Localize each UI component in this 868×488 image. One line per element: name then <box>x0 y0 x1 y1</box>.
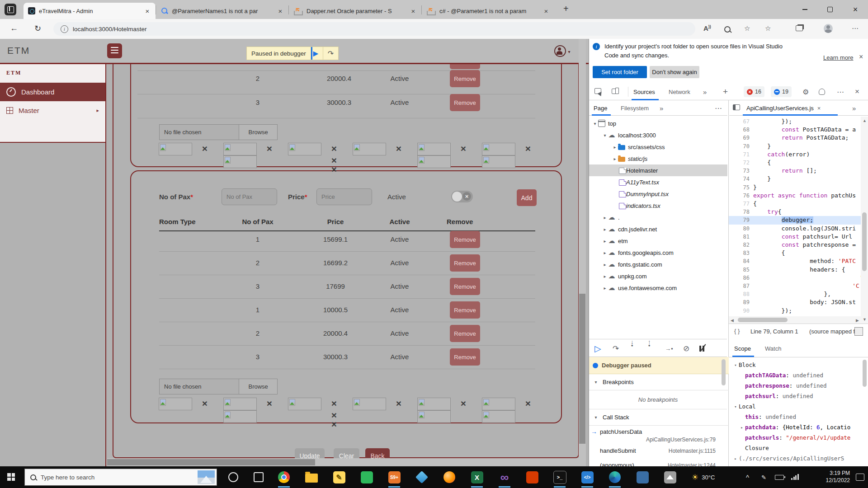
pen-icon[interactable]: ✎ <box>761 466 766 488</box>
remove-image-icon[interactable]: × <box>396 143 401 154</box>
toggle-navigator-icon[interactable] <box>733 104 740 110</box>
favorites-icon[interactable]: ☆ <box>765 24 771 33</box>
network-icon[interactable] <box>791 466 799 488</box>
editor-more-tabs-icon[interactable]: » <box>852 100 856 116</box>
learn-more-link[interactable]: Learn more <box>823 54 853 61</box>
breakpoints-section-header[interactable]: ▾ Breakpoints <box>589 374 731 390</box>
format-code-icon[interactable]: { } <box>734 328 740 334</box>
remove-image-icon[interactable]: × <box>331 143 337 154</box>
scope-entry[interactable]: patchsurl: undefined <box>729 391 868 401</box>
line-number[interactable]: 69 <box>729 134 753 142</box>
device-toolbar-icon[interactable] <box>612 89 618 94</box>
editor-hscroll-thumb[interactable] <box>738 318 788 322</box>
scroll-left-icon[interactable]: ◀ <box>731 318 734 323</box>
red-app-icon[interactable] <box>521 466 543 488</box>
step-over-banner-icon[interactable]: ↷ <box>323 47 338 60</box>
line-number[interactable]: 71 <box>729 150 753 159</box>
issues-count-badge[interactable]: 19 <box>771 86 792 97</box>
diamond-app-icon[interactable] <box>411 466 433 488</box>
menu-toggle-button[interactable] <box>107 43 122 58</box>
remove-image-icon[interactable]: × <box>331 164 337 175</box>
navigator-menu-icon[interactable]: ⋯ <box>715 100 722 116</box>
profile-avatar[interactable] <box>824 24 833 33</box>
scroll-up-icon[interactable]: ▲ <box>863 118 867 123</box>
close-window-button[interactable]: × <box>843 0 868 19</box>
tree-item-dummyinput-tsx[interactable]: DummyInput.tsx <box>589 188 727 200</box>
tab-close-icon[interactable]: × <box>144 7 151 15</box>
tree-item-indicators-tsx[interactable]: indicators.tsx <box>589 200 727 211</box>
resume-icon[interactable]: ▷ <box>594 340 601 357</box>
remove-image-icon[interactable]: × <box>267 398 272 409</box>
tab-sources[interactable]: Sources <box>633 83 655 100</box>
tree-item-fonts-googleapis-com[interactable]: ▸☁fonts.googleapis.com <box>589 247 727 258</box>
photos-app-icon[interactable] <box>659 466 681 488</box>
sidebar-item-master[interactable]: Master ▸ <box>0 101 105 120</box>
visual-studio-icon[interactable]: ∞ <box>494 466 515 488</box>
line-number[interactable]: 80 <box>729 225 753 233</box>
call-stack-frame[interactable]: →patchUsersDataApiCallingUserServices.js… <box>589 426 721 445</box>
line-number[interactable]: 84 <box>729 257 753 265</box>
tab-network[interactable]: Network <box>669 83 690 100</box>
excel-icon[interactable]: X <box>466 466 488 488</box>
task-view-icon[interactable] <box>248 466 269 488</box>
tab-page[interactable]: Page <box>594 100 607 116</box>
scope-entry[interactable]: ▾Local <box>729 401 863 412</box>
cortana-icon[interactable] <box>222 466 244 488</box>
inspect-icon[interactable] <box>594 88 601 94</box>
collections-icon[interactable] <box>796 25 803 31</box>
terminal-icon[interactable]: >_ <box>549 466 571 488</box>
pax-input[interactable] <box>222 188 277 205</box>
line-number[interactable]: 73 <box>729 167 753 175</box>
price-input[interactable] <box>316 188 372 205</box>
line-number[interactable]: 75 <box>729 183 753 192</box>
banner-close-icon[interactable]: × <box>859 53 863 61</box>
tree-item-unpkg-com[interactable]: ▸☁unpkg.com <box>589 270 727 282</box>
browse-button[interactable]: Browse <box>239 379 278 394</box>
tab-close-icon[interactable]: × <box>410 7 417 15</box>
browser-tab[interactable]: @ParameterNames1 is not a par× <box>156 3 288 19</box>
step-into-icon[interactable]: ↓● <box>631 340 634 357</box>
line-number[interactable]: 67 <box>729 117 753 126</box>
remove-image-icon[interactable]: × <box>461 143 466 154</box>
read-aloud-icon[interactable]: A)) <box>703 24 711 32</box>
file-explorer-icon[interactable] <box>301 466 322 488</box>
remove-button[interactable]: Remove <box>450 278 480 295</box>
tab-actions-icon[interactable] <box>5 4 16 15</box>
remove-image-icon[interactable]: × <box>331 419 337 430</box>
more-tabs-icon[interactable]: » <box>703 83 707 100</box>
tree-item-hotelmaster[interactable]: Hotelmaster <box>589 164 727 176</box>
page-horizontal-scroll-thumb[interactable] <box>107 459 315 465</box>
tab-close-icon[interactable]: × <box>542 7 550 15</box>
taskbar-search[interactable]: Type here to search <box>24 469 217 486</box>
line-number[interactable]: 86 <box>729 274 753 282</box>
edge-icon[interactable] <box>604 466 626 488</box>
line-number[interactable]: 81 <box>729 233 753 241</box>
remove-button[interactable]: Remove <box>450 348 480 366</box>
browser-tab[interactable]: c# - @Parameter1 is not a param× <box>422 3 554 19</box>
line-number[interactable]: 90 <box>729 307 753 315</box>
tree-item-top[interactable]: ▾top <box>589 117 727 129</box>
vscode-icon[interactable]: </> <box>576 466 598 488</box>
refresh-icon[interactable]: ↻ <box>34 23 41 33</box>
devtools-menu-icon[interactable]: ⋯ <box>837 83 844 100</box>
remove-image-icon[interactable]: × <box>331 398 337 409</box>
line-number[interactable]: 89 <box>729 298 753 306</box>
scope-entry[interactable]: patchsurls: "/general/v1/update <box>729 432 868 443</box>
editor-vertical-scrollbar[interactable]: ▲ ▼ <box>861 117 868 324</box>
line-number[interactable]: 68 <box>729 126 753 134</box>
settings-gear-icon[interactable]: ⚙ <box>802 83 809 100</box>
line-number[interactable]: 72 <box>729 159 753 167</box>
line-number[interactable]: 70 <box>729 142 753 150</box>
remove-image-icon[interactable]: × <box>525 398 531 409</box>
new-tab-button[interactable]: + <box>563 4 569 14</box>
tree-item-etm[interactable]: ▸☁etm <box>589 235 727 247</box>
editor-tab-close-icon[interactable]: × <box>817 105 821 112</box>
tab-scope[interactable]: Scope <box>734 340 751 357</box>
line-number[interactable]: 78 <box>729 208 753 216</box>
blue-app-icon[interactable] <box>632 466 653 488</box>
tree-item-static-js[interactable]: ▸static/js <box>589 153 727 164</box>
back-icon[interactable]: ← <box>10 23 18 33</box>
favorites-add-icon[interactable]: ☆ <box>744 24 750 33</box>
debug-scrollbar-thumb[interactable] <box>722 359 726 385</box>
remove-image-icon[interactable]: × <box>202 398 208 409</box>
